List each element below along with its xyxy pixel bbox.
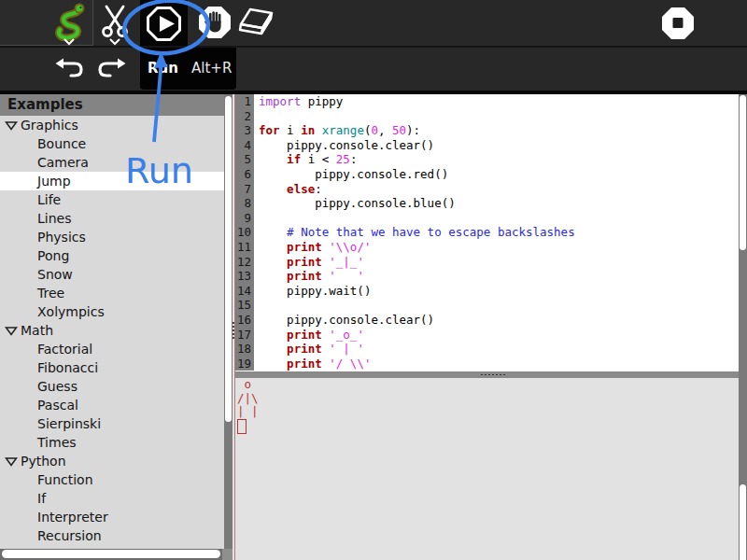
sidebar-category-math[interactable]: Math: [0, 321, 233, 340]
code-line-17: 17 print '_o_': [235, 328, 739, 343]
line-number: 10: [235, 225, 254, 240]
sidebar-item-recursion[interactable]: Recursion: [0, 526, 233, 545]
sidebar-horizontal-scrollbar-thumb[interactable]: [2, 550, 220, 558]
line-number: 12: [235, 255, 254, 270]
undo-arrow-icon: [54, 56, 86, 80]
sidebar-item-sierpinski[interactable]: Sierpinski: [0, 414, 233, 433]
sidebar-item-physics[interactable]: Physics: [0, 228, 233, 246]
console-line: o: [235, 378, 739, 392]
edit-sub-toolbar: [0, 48, 747, 91]
code-line-18: 18 print ' | ': [235, 342, 739, 357]
code-line-13: 13 print ' ': [235, 269, 739, 284]
code-line-6: 6 pippy.console.red(): [235, 167, 739, 182]
pippy-activity-window: Run Alt+R Examples GraphicsBounceCameraJ…: [0, 0, 747, 560]
sidebar-item-guess[interactable]: Guess: [0, 377, 233, 396]
line-number: 2: [235, 109, 254, 124]
scrollbar-corner: [222, 549, 233, 560]
line-number: 16: [235, 313, 254, 328]
chevron-down-icon: [63, 38, 76, 46]
code-text: print ' | ': [254, 342, 364, 357]
sidebar-item-snow[interactable]: Snow: [0, 265, 233, 284]
sidebar-item-function[interactable]: Function: [0, 470, 233, 489]
stop-hand-button[interactable]: [196, 4, 233, 45]
line-number: 13: [235, 269, 254, 284]
play-octagon-icon: [140, 0, 188, 48]
code-line-9: 9: [235, 211, 739, 226]
line-number: 14: [235, 284, 254, 299]
pippy-snake-icon: [49, 2, 90, 41]
code-line-11: 11 print '\\o/': [235, 240, 739, 255]
line-number: 11: [235, 240, 254, 255]
redo-button[interactable]: [95, 56, 127, 84]
code-line-1: 1import pippy: [235, 94, 739, 109]
examples-sidebar: Examples GraphicsBounceCameraJumpLifeLin…: [0, 94, 233, 560]
code-text: [254, 109, 259, 124]
code-text: print '_o_': [254, 328, 364, 343]
code-text: pippy.console.clear(): [254, 313, 434, 328]
pippy-activity-button[interactable]: [0, 0, 93, 46]
sidebar-item-factorial[interactable]: Factorial: [0, 340, 233, 358]
line-number: 1: [235, 94, 254, 109]
output-console[interactable]: o/|\| |: [235, 378, 739, 560]
sidebar-item-fibonacci[interactable]: Fibonacci: [0, 358, 233, 377]
sidebar-item-pascal[interactable]: Pascal: [0, 396, 233, 414]
code-text: else:: [254, 182, 322, 197]
sidebar-item-times[interactable]: Times: [0, 433, 233, 452]
code-text: import pippy: [254, 94, 343, 109]
line-number: 4: [235, 138, 254, 153]
clear-button[interactable]: [233, 6, 276, 43]
cut-button[interactable]: [97, 4, 133, 45]
code-text: for i in xrange(0, 50):: [254, 123, 420, 138]
console-line: | |: [235, 405, 739, 419]
pane-grip-dots: [480, 373, 506, 376]
console-line: /|\: [235, 392, 739, 406]
main-toolbar: [0, 0, 747, 46]
examples-tree: GraphicsBounceCameraJumpLifeLinesPhysics…: [0, 116, 233, 560]
code-line-10: 10 # Note that we have to escape backsla…: [235, 225, 739, 240]
code-line-7: 7 else:: [235, 182, 739, 197]
tooltip-run-label: Run: [148, 60, 178, 77]
sidebar-vertical-scrollbar-thumb[interactable]: [225, 96, 232, 422]
code-line-15: 15: [235, 298, 739, 313]
sidebar-item-if[interactable]: If: [0, 489, 233, 508]
sidebar-item-life[interactable]: Life: [0, 190, 233, 209]
code-line-14: 14 pippy.wait(): [235, 284, 739, 299]
sidebar-category-python[interactable]: Python: [0, 452, 233, 470]
code-line-16: 16 pippy.console.clear(): [235, 313, 739, 328]
code-text: print '/ \\': [254, 357, 371, 371]
examples-header: Examples: [0, 94, 233, 116]
console-vertical-scrollbar-thumb[interactable]: [740, 484, 746, 560]
run-button[interactable]: [140, 0, 188, 48]
code-text: print '\\o/': [254, 240, 371, 255]
code-line-2: 2: [235, 109, 739, 124]
code-text: print '_|_': [254, 255, 364, 270]
code-text: [254, 211, 259, 226]
code-line-3: 3for i in xrange(0, 50):: [235, 123, 739, 138]
code-line-19: 19 print '/ \\': [235, 357, 739, 371]
sidebar-item-jump[interactable]: Jump: [0, 172, 233, 190]
run-palette-tooltip[interactable]: Run Alt+R: [140, 48, 236, 90]
sidebar-item-bounce[interactable]: Bounce: [0, 134, 233, 153]
stop-activity-button[interactable]: [659, 6, 697, 45]
chevron-down-icon: [108, 38, 121, 46]
sidebar-category-graphics[interactable]: Graphics: [0, 116, 233, 134]
sidebar-item-xolympics[interactable]: Xolympics: [0, 302, 233, 321]
line-number: 9: [235, 211, 254, 226]
code-line-4: 4 pippy.console.clear(): [235, 138, 739, 153]
sidebar-item-camera[interactable]: Camera: [0, 153, 233, 172]
line-number: 7: [235, 182, 254, 197]
code-line-8: 8 pippy.console.blue(): [235, 196, 739, 211]
code-text: # Note that we have to escape backslashe…: [254, 225, 575, 240]
sidebar-item-interpreter[interactable]: Interpreter: [0, 508, 233, 526]
pane-grip-dots: [232, 321, 235, 340]
redo-arrow-icon: [95, 56, 127, 80]
editor-vertical-scrollbar-thumb[interactable]: [740, 95, 746, 250]
code-text: pippy.wait(): [254, 284, 371, 299]
stop-octagon-icon: [659, 6, 697, 41]
sidebar-item-lines[interactable]: Lines: [0, 209, 233, 228]
code-editor[interactable]: 1import pippy23for i in xrange(0, 50):4 …: [235, 94, 739, 371]
sidebar-item-pong[interactable]: Pong: [0, 246, 233, 265]
line-number: 5: [235, 152, 254, 167]
sidebar-item-tree[interactable]: Tree: [0, 284, 233, 302]
undo-button[interactable]: [54, 56, 86, 84]
